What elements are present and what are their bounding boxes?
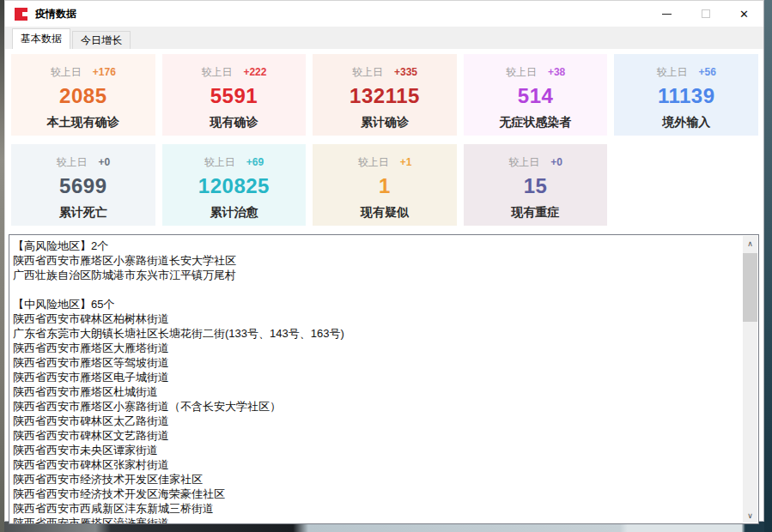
stat-value: 5699 [11,174,155,198]
risk-list-item: 广西壮族自治区防城港市东兴市江平镇万尾村 [13,268,739,282]
delta-value: +222 [243,66,266,78]
stat-card-total-cured: 较上日+69 120825 累计治愈 [162,144,307,226]
stat-card-empty-slot [614,144,758,226]
delta-value: +56 [699,66,716,78]
risk-list-item: 陕西省西安市雁塔区电子城街道 [13,370,739,384]
stat-label: 累计死亡 [11,205,155,221]
delta-label: 较上日 [358,156,389,168]
stat-card-total-deaths: 较上日+0 5699 累计死亡 [11,144,155,226]
stat-card-imported: 较上日+56 11139 境外输入 [614,54,758,136]
risk-list-item: 陕西省西安市碑林区柏树林街道 [13,311,739,326]
stat-label: 累计确诊 [313,115,457,130]
stat-value: 5591 [162,84,307,108]
title-bar: 疫情数据 ✕ [5,1,763,27]
scroll-up-button[interactable]: ∧ [743,236,757,251]
risk-list-blank-line [13,282,739,297]
app-icon [15,8,27,21]
scroll-down-button[interactable]: ∨ [743,508,757,523]
scroll-down-icon: ∨ [747,511,753,520]
risk-area-listbox[interactable]: 【高风险地区】2个 陕西省西安市雁塔区小寨路街道长安大学社区 广西壮族自治区防城… [9,234,759,524]
delta-value: +0 [550,156,562,168]
risk-list-item: 陕西省西安市雁塔区等驾坡街道 [13,355,739,370]
stat-value: 120825 [162,174,307,198]
stat-label: 现有疑似 [313,205,457,221]
stat-card-total-confirmed: 较上日+335 132115 累计确诊 [313,54,457,136]
delta-value: +38 [548,66,565,78]
risk-list-item: 陕西省西安市碑林区张家村街道 [13,457,739,472]
stat-cards-section: 较上日+176 2085 本土现有确诊 较上日+222 5591 现有确诊 较上… [5,49,763,226]
delta-label: 较上日 [201,66,232,78]
delta-value: +176 [93,66,116,78]
risk-list-header-high: 【高风险地区】2个 [13,239,739,253]
delta-value: +1 [400,156,412,168]
window-title: 疫情数据 [35,7,76,21]
risk-list-item: 陕西省西安市雁塔区杜城街道 [13,384,739,399]
risk-list-item: 陕西省西安市雁塔区漳浒寨街道 [13,516,739,524]
delta-label: 较上日 [56,156,87,168]
risk-list-item: 陕西省西安市雁塔区小寨路街道（不含长安大学社区） [13,399,739,414]
delta-value: +335 [394,66,417,78]
stat-value: 11139 [614,84,758,108]
delta-label: 较上日 [204,156,235,168]
window-controls: ✕ [647,1,763,27]
stat-card-current-confirmed: 较上日+222 5591 现有确诊 [162,54,307,136]
delta-label: 较上日 [657,66,688,78]
risk-list-item: 广东省东莞市大朗镇长塘社区长塘花街二街(133号、143号、163号) [13,326,739,341]
risk-list-item: 陕西省西安市碑林区太乙路街道 [13,414,739,428]
risk-list-item: 陕西省西安市雁塔区小寨路街道长安大学社区 [13,253,739,268]
risk-list-item: 陕西省西安市雁塔区大雁塔街道 [13,341,739,355]
minimize-button[interactable] [647,1,686,27]
stat-card-row-1: 较上日+176 2085 本土现有确诊 较上日+222 5591 现有确诊 较上… [11,54,758,136]
stat-label: 本土现有确诊 [11,115,155,130]
risk-list-item: 陕西省西安市经济技术开发区佳家社区 [13,472,739,487]
scroll-up-icon: ∧ [747,239,753,248]
stat-card-asymptomatic: 较上日+38 514 无症状感染者 [464,54,608,136]
app-window: 疫情数据 ✕ 基本数据 今日增长 较上日+176 2085 本土现有确诊 较上日… [4,0,764,522]
vertical-scrollbar[interactable]: ∧ ∨ [743,236,757,523]
tab-strip: 基本数据 今日增长 [5,27,763,49]
maximize-button[interactable] [686,1,725,27]
delta-label: 较上日 [506,66,537,78]
stat-card-local-confirmed: 较上日+176 2085 本土现有确诊 [11,54,155,136]
risk-list-header-medium: 【中风险地区】65个 [13,297,739,311]
close-icon: ✕ [739,9,749,20]
stat-card-row-2: 较上日+0 5699 累计死亡 较上日+69 120825 累计治愈 较上日+1… [11,144,758,226]
desktop-edge-right [764,0,772,532]
risk-list-item: 陕西省西安市经济技术开发区海荣豪佳社区 [13,487,739,501]
delta-label: 较上日 [508,156,539,168]
stat-label: 累计治愈 [162,205,307,221]
stat-label: 无症状感染者 [464,115,608,130]
delta-label: 较上日 [352,66,383,78]
risk-list-item: 陕西省西安市未央区谭家街道 [13,443,739,457]
stat-value: 132115 [313,84,457,108]
stat-value: 15 [464,174,608,198]
maximize-icon [702,9,710,18]
tab-label: 基本数据 [21,32,62,46]
minimize-icon [662,14,672,15]
risk-list-item: 陕西省西安市碑林区文艺路街道 [13,428,739,443]
close-button[interactable]: ✕ [725,1,763,27]
stat-card-current-suspected: 较上日+1 1 现有疑似 [313,144,457,226]
stat-value: 1 [313,174,457,198]
stat-label: 现有重症 [464,205,608,221]
tab-basic-data[interactable]: 基本数据 [12,28,70,49]
tab-label: 今日增长 [81,33,122,48]
scrollbar-thumb[interactable] [743,253,757,322]
delta-value: +0 [98,156,110,168]
stat-label: 境外输入 [614,115,758,130]
stat-label: 现有确诊 [162,115,307,130]
delta-value: +69 [246,156,264,168]
stat-value: 2085 [11,84,155,108]
stat-value: 514 [464,84,608,108]
stat-card-current-severe: 较上日+0 15 现有重症 [464,144,608,226]
risk-list-item: 陕西省西安市西咸新区沣东新城三桥街道 [13,501,739,516]
tab-today-growth[interactable]: 今日增长 [72,31,131,49]
delta-label: 较上日 [51,66,82,78]
